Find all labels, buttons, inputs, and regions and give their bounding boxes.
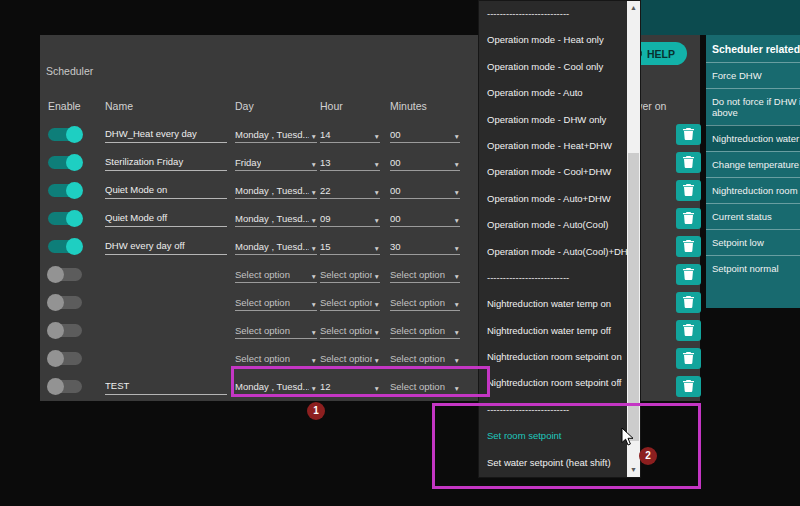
- settings-item[interactable]: Nightreduction water tem: [706, 125, 800, 151]
- name-input[interactable]: DHW every day off: [105, 238, 227, 255]
- dropdown-option[interactable]: Operation mode - Auto(Cool)+DHW: [479, 239, 627, 265]
- enable-cell: [48, 316, 82, 344]
- name-input[interactable]: TEST: [105, 378, 227, 395]
- enable-toggle[interactable]: [48, 352, 82, 365]
- minutes-select-value: Select option: [390, 353, 445, 364]
- hour-cell: 09 ▼: [320, 204, 380, 232]
- day-select[interactable]: Monday , Tuesd... ▼: [235, 182, 317, 199]
- toggle-knob: [66, 210, 83, 227]
- dropdown-option[interactable]: Operation mode - Auto(Cool): [479, 212, 627, 238]
- delete-row-button[interactable]: [676, 320, 701, 341]
- dropdown-option[interactable]: Operation mode - Auto: [479, 80, 627, 106]
- name-input[interactable]: [105, 266, 227, 283]
- delete-row-button[interactable]: [676, 124, 701, 145]
- enable-toggle[interactable]: [48, 212, 82, 225]
- settings-item[interactable]: Do not force if DHW is above: [706, 88, 800, 125]
- delete-row-button[interactable]: [676, 264, 701, 285]
- name-input[interactable]: [105, 350, 227, 367]
- minutes-select[interactable]: 00 ▼: [390, 154, 460, 171]
- dropdown-option[interactable]: --------------------------: [479, 1, 627, 27]
- enable-toggle[interactable]: [48, 184, 82, 197]
- dropdown-option[interactable]: Operation mode - Auto+DHW: [479, 186, 627, 212]
- delete-row-button[interactable]: [676, 208, 701, 229]
- settings-item[interactable]: Current status: [706, 203, 800, 229]
- scroll-up-icon[interactable]: ▲: [627, 1, 640, 15]
- dropdown-option[interactable]: --------------------------: [479, 265, 627, 291]
- hour-select[interactable]: 15 ▼: [320, 238, 380, 255]
- delete-row-button[interactable]: [676, 236, 701, 257]
- name-input[interactable]: Quiet Mode on: [105, 182, 227, 199]
- settings-item[interactable]: Nightreduction room te: [706, 177, 800, 203]
- enable-toggle[interactable]: [48, 324, 82, 337]
- dropdown-option[interactable]: Operation mode - Heat only: [479, 27, 627, 53]
- enable-toggle[interactable]: [48, 268, 82, 281]
- dropdown-option[interactable]: Nightreduction room setpoint off: [479, 370, 627, 396]
- column-header-enable: Enable: [48, 100, 81, 112]
- day-select[interactable]: Friday ▼: [235, 154, 317, 171]
- dropdown-option[interactable]: Nightreduction room setpoint on: [479, 344, 627, 370]
- delete-row-button[interactable]: [676, 348, 701, 369]
- minutes-select[interactable]: 00 ▼: [390, 210, 460, 227]
- enable-toggle[interactable]: [48, 128, 82, 141]
- hour-select[interactable]: Select option ▼: [320, 322, 380, 339]
- dropdown-option[interactable]: Operation mode - Cool only: [479, 54, 627, 80]
- minutes-select[interactable]: 00 ▼: [390, 126, 460, 143]
- delete-row-button[interactable]: [676, 152, 701, 173]
- hour-select[interactable]: Select option ▼: [320, 350, 380, 367]
- day-select[interactable]: Select option ▼: [235, 350, 317, 367]
- day-select[interactable]: Select option ▼: [235, 294, 317, 311]
- name-input[interactable]: Sterilization Friday: [105, 154, 227, 171]
- delete-cell: [676, 204, 701, 232]
- hour-select[interactable]: 09 ▼: [320, 210, 380, 227]
- trash-icon: [683, 184, 694, 196]
- column-header-day: Day: [235, 100, 254, 112]
- enable-toggle[interactable]: [48, 240, 82, 253]
- chevron-down-icon: ▼: [454, 133, 460, 140]
- dropdown-option[interactable]: Nightreduction water temp off: [479, 318, 627, 344]
- dropdown-option[interactable]: Operation mode - DHW only: [479, 107, 627, 133]
- hour-select[interactable]: 22 ▼: [320, 182, 380, 199]
- day-select[interactable]: Select option ▼: [235, 266, 317, 283]
- trash-icon: [683, 352, 694, 364]
- minutes-select[interactable]: Select option ▼: [390, 266, 460, 283]
- name-input[interactable]: [105, 294, 227, 311]
- toggle-knob: [47, 266, 64, 283]
- hour-select[interactable]: Select option ▼: [320, 294, 380, 311]
- minutes-select[interactable]: Select option ▼: [390, 322, 460, 339]
- day-select[interactable]: Monday , Tuesd... ▼: [235, 126, 317, 143]
- settings-item[interactable]: Setpoint normal: [706, 255, 800, 281]
- delete-cell: [676, 260, 701, 288]
- delete-row-button[interactable]: [676, 292, 701, 313]
- chevron-down-icon: ▼: [374, 133, 380, 140]
- minutes-cell: Select option ▼: [390, 260, 460, 288]
- enable-toggle[interactable]: [48, 296, 82, 309]
- enable-toggle[interactable]: [48, 156, 82, 169]
- minutes-select[interactable]: Select option ▼: [390, 350, 460, 367]
- delete-row-button[interactable]: [676, 180, 701, 201]
- minutes-select[interactable]: 30 ▼: [390, 238, 460, 255]
- day-select[interactable]: Monday , Tuesd... ▼: [235, 210, 317, 227]
- settings-item[interactable]: Force DHW: [706, 62, 800, 88]
- enable-toggle[interactable]: [48, 380, 82, 393]
- settings-item[interactable]: Change temperature wit: [706, 151, 800, 177]
- settings-item[interactable]: Setpoint low: [706, 229, 800, 255]
- delete-row-button[interactable]: [676, 376, 701, 397]
- hour-select[interactable]: Select option ▼: [320, 266, 380, 283]
- hour-select[interactable]: 14 ▼: [320, 126, 380, 143]
- hour-select-value: 14: [320, 129, 331, 140]
- name-input[interactable]: DHW_Heat every day: [105, 126, 227, 143]
- minutes-select[interactable]: 00 ▼: [390, 182, 460, 199]
- minutes-select[interactable]: Select option ▼: [390, 294, 460, 311]
- day-select[interactable]: Monday , Tuesd... ▼: [235, 238, 317, 255]
- name-input[interactable]: [105, 322, 227, 339]
- scrollbar-thumb[interactable]: [628, 153, 639, 441]
- name-input[interactable]: Quiet Mode off: [105, 210, 227, 227]
- dropdown-option[interactable]: Operation mode - Cool+DHW: [479, 159, 627, 185]
- dropdown-option[interactable]: Operation mode - Heat+DHW: [479, 133, 627, 159]
- hour-select[interactable]: 13 ▼: [320, 154, 380, 171]
- hour-select-value: Select option: [320, 269, 372, 280]
- day-select[interactable]: Select option ▼: [235, 322, 317, 339]
- enable-cell: [48, 232, 82, 260]
- dropdown-option[interactable]: Nightreduction water temp on: [479, 291, 627, 317]
- delete-cell: [676, 120, 701, 148]
